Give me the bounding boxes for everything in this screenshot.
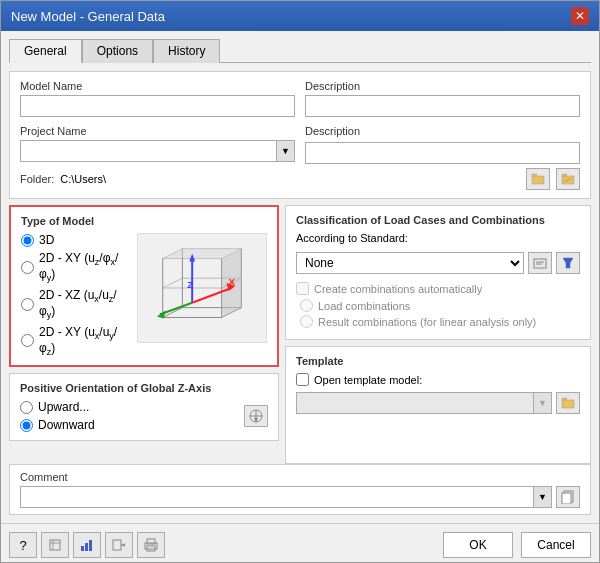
cancel-button[interactable]: Cancel: [521, 532, 591, 558]
comment-select-wrapper: ▼: [20, 486, 552, 508]
svg-rect-47: [81, 546, 84, 551]
tab-general[interactable]: General: [9, 39, 82, 63]
radio-3d-label[interactable]: 3D: [39, 233, 54, 247]
project-name-col: Project Name ▼: [20, 125, 295, 164]
right-panel: Classification of Load Cases and Combina…: [285, 205, 591, 464]
template-path-input[interactable]: [297, 393, 533, 413]
radio-2dxy2-label[interactable]: 2D - XY (ux/uy/φz): [39, 325, 129, 358]
project-name-input[interactable]: [21, 141, 276, 161]
standard-select[interactable]: None: [297, 253, 523, 273]
load-combinations-row: Load combinations: [296, 299, 580, 312]
svg-rect-43: [562, 493, 571, 504]
orientation-icon-btn[interactable]: [244, 405, 268, 427]
template-select-wrapper: ▼: [296, 392, 552, 414]
result-combinations-row: Result combinations (for linear analysis…: [296, 315, 580, 328]
description-project-input[interactable]: [305, 142, 580, 164]
model-name-col: Model Name: [20, 80, 295, 117]
folder-browse-btn-1[interactable]: [526, 168, 550, 190]
orientation-title: Positive Orientation of Global Z-Axis: [20, 382, 268, 394]
folder-path: C:\Users\: [60, 173, 106, 185]
classification-title: Classification of Load Cases and Combina…: [296, 214, 580, 226]
radio-3d-input[interactable]: [21, 234, 34, 247]
orientation-radios: Upward... Downward: [20, 400, 238, 432]
orientation-row: Upward... Downward: [20, 400, 268, 432]
name-desc-row: Model Name Description: [20, 80, 580, 117]
radio-downward: Downward: [20, 418, 238, 432]
model-preview: Z X: [137, 233, 267, 343]
export-btn[interactable]: [105, 532, 133, 558]
print-icon: [144, 538, 158, 552]
svg-rect-49: [89, 540, 92, 551]
radio-2dxz-label[interactable]: 2D - XZ (ux/uz/φy): [39, 288, 129, 321]
standard-row: According to Standard:: [296, 232, 580, 244]
radio-2d-xy: 2D - XY (uz/φx/φy): [21, 251, 129, 284]
close-button[interactable]: ✕: [571, 7, 589, 25]
orientation-section: Positive Orientation of Global Z-Axis Up…: [9, 373, 279, 441]
radio-upward-label[interactable]: Upward...: [38, 400, 89, 414]
project-name-label: Project Name: [20, 125, 295, 137]
chart-icon: [80, 538, 94, 552]
help-btn[interactable]: ?: [9, 532, 37, 558]
svg-marker-52: [123, 543, 125, 547]
radio-col: 3D 2D - XY (uz/φx/φy) 2D - XZ (ux/uz/φy): [21, 233, 129, 357]
dialog-content: General Options History Model Name Descr…: [1, 31, 599, 523]
load-combinations-radio[interactable]: [300, 299, 313, 312]
radio-2dxy-input[interactable]: [21, 261, 34, 274]
comment-dropdown-btn[interactable]: ▼: [533, 487, 551, 507]
chart-btn[interactable]: [73, 532, 101, 558]
type-of-model-section: Type of Model 3D 2D - XY (uz/φx/φy): [9, 205, 279, 367]
svg-rect-44: [50, 540, 60, 550]
model-svg: Z X: [138, 234, 266, 342]
standard-filter-btn[interactable]: [556, 252, 580, 274]
folder-browse-btn-2[interactable]: [556, 168, 580, 190]
filter-icon: [561, 256, 575, 270]
folder-path-row: Folder: C:\Users\: [20, 168, 580, 190]
comment-section: Comment ▼: [9, 464, 591, 515]
tab-history[interactable]: History: [153, 39, 220, 63]
tab-options[interactable]: Options: [82, 39, 153, 63]
model-name-label: Model Name: [20, 80, 295, 92]
svg-rect-50: [113, 540, 121, 550]
project-desc-row: Project Name ▼ Description: [20, 125, 580, 164]
result-combinations-label: Result combinations (for linear analysis…: [318, 316, 536, 328]
bottom-bar: ?: [1, 523, 599, 562]
create-combinations-checkbox[interactable]: [296, 282, 309, 295]
radio-2dxy-label[interactable]: 2D - XY (uz/φx/φy): [39, 251, 129, 284]
radio-2dxy2-input[interactable]: [21, 334, 34, 347]
model-name-input[interactable]: [20, 95, 295, 117]
radio-downward-input[interactable]: [20, 419, 33, 432]
edit-btn[interactable]: [41, 532, 69, 558]
svg-rect-40: [562, 400, 574, 408]
main-area: Type of Model 3D 2D - XY (uz/φx/φy): [9, 205, 591, 464]
svg-rect-48: [85, 543, 88, 551]
ok-button[interactable]: OK: [443, 532, 513, 558]
radio-2d-xy2: 2D - XY (ux/uy/φz): [21, 325, 129, 358]
open-template-checkbox[interactable]: [296, 373, 309, 386]
svg-marker-41: [562, 398, 567, 400]
standard-select-wrapper: None: [296, 252, 524, 274]
standard-browse-btn[interactable]: [528, 252, 552, 274]
template-open-row: Open template model:: [296, 373, 580, 386]
description-top-label: Description: [305, 80, 580, 92]
project-dropdown-btn[interactable]: ▼: [276, 141, 294, 161]
classification-section: Classification of Load Cases and Combina…: [285, 205, 591, 340]
left-panel: Type of Model 3D 2D - XY (uz/φx/φy): [9, 205, 279, 464]
template-select-row: ▼: [296, 392, 580, 414]
top-fields-panel: Model Name Description Project Name ▼: [9, 71, 591, 199]
comment-copy-btn[interactable]: [556, 486, 580, 508]
description-top-col: Description: [305, 80, 580, 117]
description-top-input[interactable]: [305, 95, 580, 117]
template-dropdown-btn[interactable]: ▼: [533, 393, 551, 413]
radio-downward-label[interactable]: Downward: [38, 418, 95, 432]
load-combinations-label: Load combinations: [318, 300, 410, 312]
window-title: New Model - General Data: [11, 9, 165, 24]
template-browse-btn[interactable]: [556, 392, 580, 414]
comment-input[interactable]: [21, 487, 533, 507]
result-combinations-radio[interactable]: [300, 315, 313, 328]
comment-row: ▼: [20, 486, 580, 508]
print-btn[interactable]: [137, 532, 165, 558]
radio-3d: 3D: [21, 233, 129, 247]
orientation-icon: [248, 408, 264, 424]
radio-upward-input[interactable]: [20, 401, 33, 414]
radio-2dxz-input[interactable]: [21, 298, 34, 311]
